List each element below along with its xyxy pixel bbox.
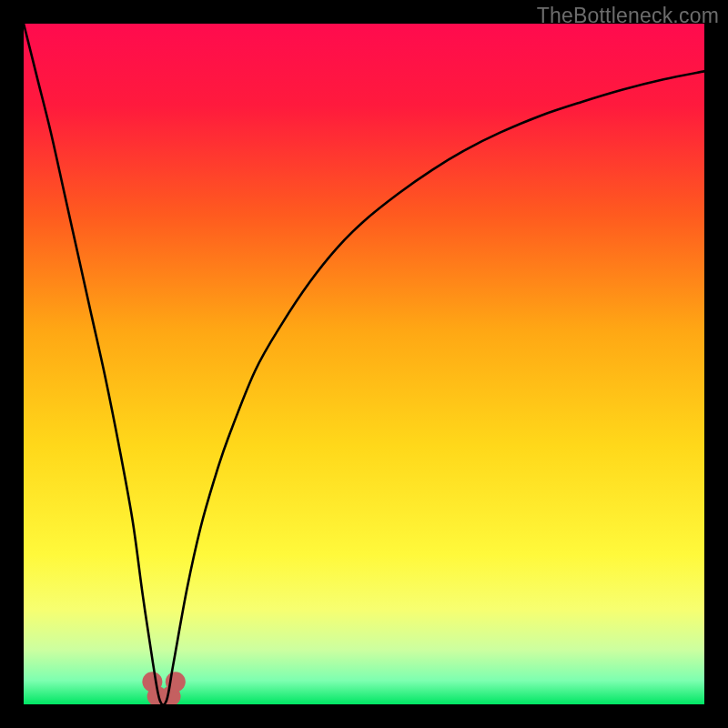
bottleneck-curve <box>24 24 704 704</box>
curve-layer <box>24 24 704 704</box>
plot-area <box>24 24 704 704</box>
watermark-text: TheBottleneck.com <box>537 4 719 28</box>
outer-frame: TheBottleneck.com <box>0 0 728 728</box>
marker-cluster <box>142 672 185 704</box>
